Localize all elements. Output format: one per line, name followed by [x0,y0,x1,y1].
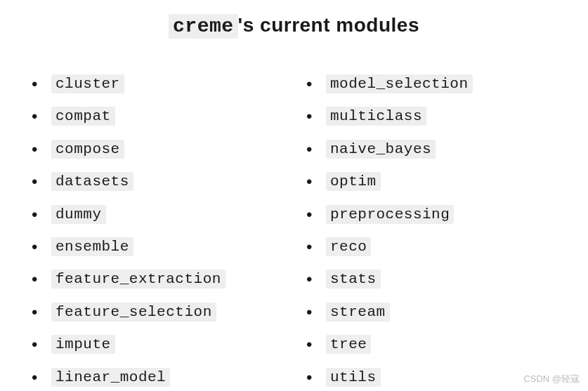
module-name: ensemble [51,237,133,256]
list-item: preprocessing [306,203,567,225]
module-name: reco [326,237,371,256]
list-item: multiclass [306,105,567,126]
module-name: stream [326,303,390,322]
module-name: utils [326,368,381,387]
module-name: compose [51,140,124,159]
watermark: CSDN @轻寇 [523,373,580,385]
list-item: compat [32,105,292,126]
module-name: stats [326,270,381,289]
list-item: impute [32,333,292,354]
module-name: naive_bayes [326,140,436,159]
list-item: optim [306,170,567,192]
list-item: ensemble [32,235,292,257]
list-item: feature_extraction [32,267,292,289]
module-name: feature_selection [51,303,216,322]
module-name: preprocessing [326,205,454,224]
list-item: naive_bayes [306,138,567,159]
list-item: reco [306,235,567,257]
module-name: compat [51,107,115,126]
module-name: datasets [51,172,133,191]
module-name: cluster [51,74,124,93]
list-item: feature_selection [32,300,292,322]
page-title: creme's current modules [21,14,567,37]
list-item: datasets [32,170,292,192]
module-list-left: cluster compat compose datasets dummy en… [32,72,292,387]
title-code: creme [169,14,238,39]
column-right: model_selection multiclass naive_bayes o… [306,72,567,391]
list-item: compose [32,138,292,159]
module-name: feature_extraction [51,270,226,289]
module-name: impute [51,335,115,354]
list-item: stream [306,300,567,322]
module-name: model_selection [326,74,473,93]
list-item: dummy [32,203,292,225]
module-columns: cluster compat compose datasets dummy en… [21,72,567,391]
module-name: optim [326,172,381,191]
list-item: tree [306,333,567,354]
module-list-right: model_selection multiclass naive_bayes o… [306,72,567,387]
module-name: dummy [51,205,106,224]
list-item: stats [306,267,567,289]
module-name: tree [326,335,371,354]
title-suffix: 's current modules [238,14,419,36]
module-name: multiclass [326,107,426,126]
list-item: linear_model [32,366,292,387]
list-item: model_selection [306,72,567,94]
module-name: linear_model [51,368,170,387]
list-item: cluster [32,72,292,94]
column-left: cluster compat compose datasets dummy en… [32,72,292,391]
